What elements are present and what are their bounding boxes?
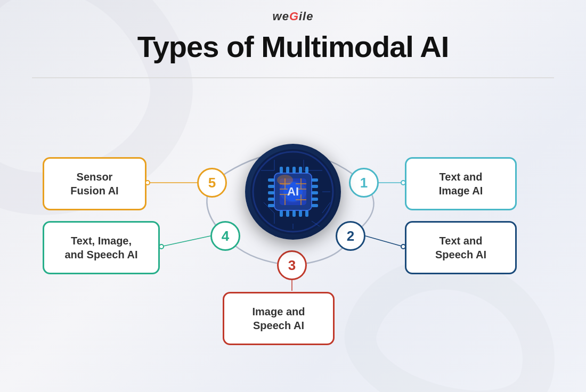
svg-rect-29 [286, 167, 289, 173]
logo-accent: G [289, 10, 299, 23]
chip-svg: AI [250, 149, 336, 234]
connector-dot-1 [401, 180, 406, 185]
svg-rect-19 [268, 185, 274, 188]
svg-line-3 [161, 236, 210, 247]
label-text-speech-ai: Text and Speech AI [405, 221, 517, 274]
svg-rect-18 [268, 178, 274, 182]
svg-rect-32 [305, 167, 308, 173]
svg-rect-24 [312, 185, 318, 188]
svg-rect-22 [268, 204, 274, 207]
logo-text: we [273, 10, 289, 23]
connector-dot-5 [145, 180, 150, 185]
title-divider [32, 77, 554, 78]
svg-rect-21 [268, 198, 274, 201]
svg-rect-23 [312, 178, 318, 182]
connector-dot-4 [159, 244, 164, 249]
svg-rect-36 [299, 210, 302, 217]
svg-rect-28 [280, 167, 283, 173]
svg-rect-26 [312, 198, 318, 201]
node-3: 3 [277, 250, 307, 280]
label-image-speech-ai: Image and Speech AI [223, 292, 335, 345]
node-1: 1 [349, 168, 379, 198]
svg-line-1 [365, 236, 403, 247]
connector-dot-2 [401, 244, 406, 249]
svg-rect-25 [312, 191, 318, 194]
svg-rect-37 [305, 210, 308, 217]
label-text-image-speech-ai: Text, Image, and Speech AI [43, 221, 160, 274]
svg-rect-33 [280, 210, 283, 217]
label-sensor-fusion-ai: Sensor Fusion AI [43, 157, 146, 210]
svg-rect-31 [299, 167, 302, 173]
node-5: 5 [197, 168, 227, 198]
logo: weGile [273, 10, 314, 23]
page-title: Types of Multimodal AI [0, 29, 586, 64]
svg-rect-27 [312, 204, 318, 207]
node-4: 4 [210, 221, 240, 251]
svg-rect-35 [292, 210, 296, 217]
node-2: 2 [336, 221, 365, 251]
svg-rect-34 [286, 210, 289, 217]
logo-text2: ile [299, 10, 313, 23]
label-text-image-ai: Text and Image AI [405, 157, 517, 210]
center-ai-image: AI [245, 144, 341, 240]
svg-rect-30 [292, 167, 296, 173]
svg-point-52 [280, 181, 306, 202]
svg-rect-20 [268, 191, 274, 194]
